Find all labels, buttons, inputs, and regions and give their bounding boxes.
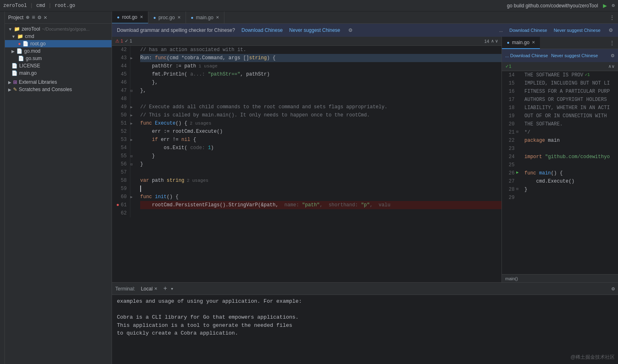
tree-license[interactable]: 📄 LICENSE — [5, 62, 112, 69]
rln-18: 18 — [504, 104, 515, 112]
tab-main-go-label: main.go — [196, 15, 213, 20]
cmd-label[interactable]: cmd — [36, 3, 45, 9]
terminal-local-tab[interactable]: Local ✕ — [139, 286, 160, 292]
ln-51: 51 — [115, 119, 127, 127]
right-more-icon[interactable]: ⋮ — [606, 40, 618, 46]
sidebar-icons — [0, 11, 5, 364]
tab-more-icon[interactable]: ⋮ — [606, 14, 618, 21]
rln-21: 21 — [504, 128, 515, 136]
ln-49: 49 — [115, 103, 127, 111]
g-59 — [130, 185, 137, 193]
download-chinese-button[interactable]: Download Chinese — [242, 27, 283, 33]
rln-14: 14 — [504, 71, 515, 79]
tree-scratches[interactable]: ▶ ✎ Scratches and Consoles — [5, 86, 112, 93]
code-line-59 — [140, 185, 502, 193]
code-line-50: // This is called by main.main(). It onl… — [140, 111, 502, 119]
tree-main-go[interactable]: 📄 main.go — [5, 69, 112, 77]
right-status-bar: main() — [502, 274, 618, 282]
tree-root-go[interactable]: ● 📄 root.go — [5, 40, 112, 47]
terminal-label: Terminal: — [115, 286, 135, 292]
root-chevron-icon: ▼ — [8, 27, 12, 31]
build-label: go build github.com/codewithyou/zeroTool — [507, 3, 598, 9]
chevron-up-icon[interactable]: ∧ — [491, 38, 494, 44]
chevron-down-icon[interactable]: ∨ — [495, 38, 498, 44]
cmd-chevron-icon: ▼ — [11, 34, 16, 39]
rln-19: 19 — [504, 112, 515, 120]
rln-20: 20 — [504, 120, 515, 128]
tree-root-item[interactable]: ▼ 📁 zeroTool ~/Documents/go/gopa... — [5, 25, 112, 33]
terminal-add-button[interactable]: + — [163, 286, 167, 292]
rln-17: 17 — [504, 96, 515, 104]
settings-tree-icon[interactable]: ⚙ — [38, 14, 41, 21]
right-chevron-up[interactable]: ∧ — [608, 64, 611, 69]
code-line-46: }, — [140, 78, 502, 87]
rg-15 — [516, 79, 523, 87]
right-line-16: FITNESS FOR A PARTICULAR PURP — [524, 87, 610, 96]
check-indicator: ✓ 1 — [125, 38, 132, 44]
g-56: ⊟ — [130, 160, 137, 168]
ln-57: 57 — [115, 168, 127, 176]
ext-lib-icon: ⊞ — [13, 79, 17, 85]
never-suggest-chinese-right-button[interactable]: Never suggest Chinese — [554, 28, 600, 33]
rg-16 — [516, 87, 523, 96]
go-mod-label: go.mod — [24, 48, 40, 54]
tab-root-go-close[interactable]: ✕ — [140, 15, 143, 19]
main-go-label: main.go — [19, 70, 37, 76]
right-never-suggest[interactable]: Never suggest Chinese — [551, 53, 598, 58]
tab-proc-go-close[interactable]: ✕ — [177, 15, 181, 20]
notification-text: Download grammar and spelling checker fo… — [117, 27, 235, 33]
license-icon: 📄 — [11, 63, 18, 69]
ln-53: 53 — [115, 136, 127, 144]
right-notif-gear[interactable]: ⚙ — [611, 53, 615, 58]
root-go-label: root.go — [30, 41, 45, 47]
rg-19 — [516, 112, 523, 120]
right-tab-close[interactable]: ✕ — [532, 40, 535, 45]
tab-proc-go[interactable]: ● proc.go ✕ — [148, 11, 186, 24]
tab-main-go[interactable]: ● main.go ✕ — [186, 11, 224, 24]
notification-gear-icon[interactable]: ⚙ — [348, 27, 353, 33]
right-chevron-down[interactable]: ∨ — [611, 64, 615, 69]
terminal-close-icon[interactable]: ✕ — [154, 286, 157, 291]
g-57 — [130, 168, 137, 176]
rg-28: ⊟ — [516, 185, 523, 194]
settings-icon[interactable]: ⚙ — [612, 2, 615, 9]
file-label[interactable]: root.go — [55, 3, 75, 9]
terminal-dropdown-icon[interactable]: ▾ — [170, 286, 174, 292]
tree-cmd-folder[interactable]: ▼ 📁 cmd — [5, 33, 112, 40]
code-lines: // has an action associated with it. Run… — [137, 46, 502, 217]
never-suggest-chinese-button[interactable]: Never suggest Chinese — [289, 27, 340, 33]
code-scroll[interactable]: 42 43 44 45 46 47 48 49 50 51 52 53 — [112, 46, 502, 282]
ln-60: 60 — [115, 193, 127, 201]
rln-26: 26 — [504, 169, 515, 177]
notification-right-gear-icon[interactable]: ⚙ — [609, 27, 613, 33]
close-panel-icon[interactable]: ✕ — [44, 14, 47, 21]
rln-24: 24 — [504, 153, 515, 161]
tab-root-go[interactable]: ● root.go ✕ — [112, 11, 148, 24]
rg-14 — [516, 71, 523, 79]
tree-go-mod[interactable]: ▶ 📄 go.mod — [5, 47, 112, 55]
download-chinese-right-button[interactable]: Download Chinese — [509, 28, 547, 33]
right-download-chinese[interactable]: ... Download Chinese — [505, 53, 548, 58]
terminal-gear-icon[interactable]: ⚙ — [611, 286, 615, 292]
right-code-scroll[interactable]: 14 15 16 17 18 19 20 21 22 23 24 25 — [502, 71, 618, 274]
locate-icon[interactable]: ⊕ — [26, 14, 29, 21]
error-indicator: ⚠ 1 — [115, 38, 123, 44]
root-go-file-icon: 📄 — [22, 41, 29, 47]
rg-24 — [516, 153, 523, 161]
tab-proc-go-icon: ● — [153, 15, 156, 20]
right-line-15: IMPLIED, INCLUDING BUT NOT LI — [524, 79, 610, 87]
rg-29 — [516, 194, 523, 202]
tab-main-go-close[interactable]: ✕ — [216, 15, 219, 20]
tree-external-libraries[interactable]: ▶ ⊞ External Libraries — [5, 78, 112, 86]
tree-go-sum[interactable]: 📄 go.sum — [5, 55, 112, 62]
tab-bar: ● root.go ✕ ● proc.go ✕ ● main.go ✕ ⋮ — [112, 11, 618, 24]
run-button[interactable]: ▶ — [603, 2, 607, 10]
project-name[interactable]: zeroTool — [3, 3, 27, 9]
g-43: ▶ — [130, 54, 137, 62]
right-tab-main-go[interactable]: ● main.go ✕ — [502, 37, 540, 49]
tab-proc-go-label: proc.go — [159, 15, 175, 20]
ln-61: ●61 — [115, 201, 127, 209]
collapse-icon[interactable]: ≡ — [32, 14, 35, 21]
ln-43: 43 — [115, 54, 127, 62]
editor-split: ⚠ 1 ✓ 1 14 ∧ ∨ 42 43 44 45 46 — [112, 37, 618, 282]
